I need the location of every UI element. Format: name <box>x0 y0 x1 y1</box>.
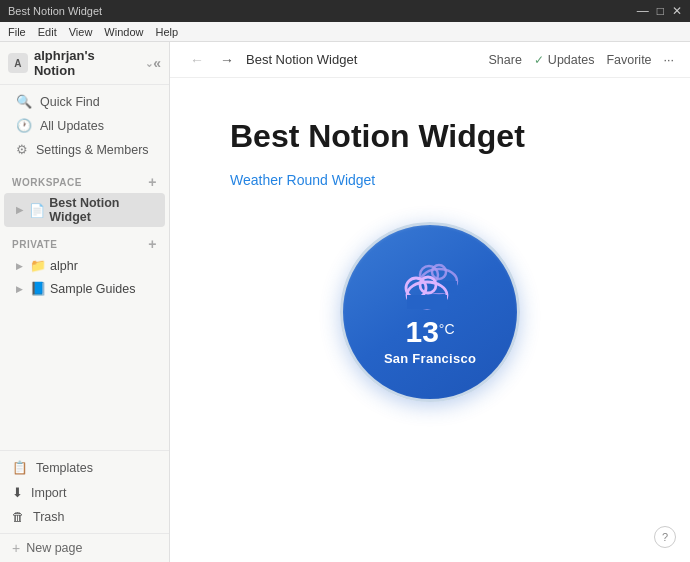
favorite-label: Favorite <box>606 53 651 67</box>
book-icon: 📘 <box>30 281 46 296</box>
more-icon: ··· <box>664 53 674 67</box>
page-content: Best Notion Widget Weather Round Widget <box>170 78 690 562</box>
page-label: Best Notion Widget <box>49 196 157 224</box>
sidebar-item-templates[interactable]: 📋 Templates <box>0 455 169 480</box>
weather-widget: 13 °C San Francisco <box>340 222 520 402</box>
close-button[interactable]: ✕ <box>672 4 682 18</box>
weather-widget-container: 13 °C San Francisco <box>230 222 630 402</box>
sidebar-item-settings[interactable]: ⚙ Settings & Members <box>4 138 165 161</box>
title-bar: Best Notion Widget — □ ✕ <box>0 0 690 22</box>
weather-widget-link[interactable]: Weather Round Widget <box>230 172 375 188</box>
clock-icon: 🕐 <box>16 118 32 133</box>
settings-label: Settings & Members <box>36 143 149 157</box>
cloud-icon <box>395 259 465 309</box>
window-title: Best Notion Widget <box>8 5 102 17</box>
page-icon: 📄 <box>29 203 45 218</box>
workspace-icon: A <box>8 53 28 73</box>
help-button[interactable]: ? <box>654 526 676 548</box>
sidebar-item-import[interactable]: ⬇ Import <box>0 480 169 505</box>
menu-window[interactable]: Window <box>104 26 143 38</box>
folder-icon: 📁 <box>30 258 46 273</box>
quick-find-label: Quick Find <box>40 95 100 109</box>
plus-icon: + <box>12 540 20 556</box>
gear-icon: ⚙ <box>16 142 28 157</box>
trash-label: Trash <box>33 510 65 524</box>
sidebar-item-alphr[interactable]: ▶ 📁 alphr <box>4 255 165 276</box>
city-name: San Francisco <box>384 351 476 366</box>
sidebar-bottom: 📋 Templates ⬇ Import 🗑 Trash <box>0 450 169 533</box>
toolbar-left: ← → Best Notion Widget <box>186 50 357 70</box>
alphr-label: alphr <box>50 259 78 273</box>
breadcrumb: Best Notion Widget <box>246 52 357 67</box>
favorite-button[interactable]: Favorite <box>606 53 651 67</box>
search-icon: 🔍 <box>16 94 32 109</box>
workspace-label: alphrjan's Notion <box>34 48 139 78</box>
more-button[interactable]: ··· <box>664 53 674 67</box>
workspace-add-button[interactable]: + <box>148 174 157 190</box>
tree-arrow-icon: ▶ <box>16 284 26 294</box>
sample-guides-label: Sample Guides <box>50 282 135 296</box>
workspace-section-label: WORKSPACE + <box>0 166 169 192</box>
templates-icon: 📋 <box>12 460 28 475</box>
sidebar-nav: 🔍 Quick Find 🕐 All Updates ⚙ Settings & … <box>0 85 169 166</box>
forward-button[interactable]: → <box>216 50 238 70</box>
sidebar-item-trash[interactable]: 🗑 Trash <box>0 505 169 529</box>
page-title: Best Notion Widget <box>230 118 630 155</box>
back-button[interactable]: ← <box>186 50 208 70</box>
menu-edit[interactable]: Edit <box>38 26 57 38</box>
private-section-label: PRIVATE + <box>0 228 169 254</box>
import-label: Import <box>31 486 66 500</box>
share-label: Share <box>489 53 522 67</box>
tree-arrow-icon: ▶ <box>16 261 26 271</box>
updates-button[interactable]: ✓ Updates <box>534 53 595 67</box>
toolbar-right: Share ✓ Updates Favorite ··· <box>489 53 675 67</box>
templates-label: Templates <box>36 461 93 475</box>
temperature-value: 13 <box>405 317 438 347</box>
import-icon: ⬇ <box>12 485 23 500</box>
menu-bar: File Edit View Window Help <box>0 22 690 42</box>
check-icon: ✓ <box>534 53 544 67</box>
svg-rect-7 <box>407 295 447 309</box>
menu-file[interactable]: File <box>8 26 26 38</box>
temperature-unit: °C <box>439 321 455 337</box>
sidebar: A alphrjan's Notion ⌄ « 🔍 Quick Find 🕐 A… <box>0 42 170 562</box>
sidebar-collapse-button[interactable]: « <box>153 55 161 71</box>
app-container: A alphrjan's Notion ⌄ « 🔍 Quick Find 🕐 A… <box>0 42 690 562</box>
private-add-button[interactable]: + <box>148 236 157 252</box>
share-button[interactable]: Share <box>489 53 522 67</box>
new-page-label: New page <box>26 541 82 555</box>
all-updates-label: All Updates <box>40 119 104 133</box>
minimize-button[interactable]: — <box>637 4 649 18</box>
toolbar: ← → Best Notion Widget Share ✓ Updates F… <box>170 42 690 78</box>
sidebar-item-sample-guides[interactable]: ▶ 📘 Sample Guides <box>4 278 165 299</box>
updates-label: Updates <box>548 53 595 67</box>
sidebar-item-all-updates[interactable]: 🕐 All Updates <box>4 114 165 137</box>
workspace-chevron-icon: ⌄ <box>145 58 153 69</box>
workspace-name[interactable]: A alphrjan's Notion ⌄ <box>8 48 153 78</box>
trash-icon: 🗑 <box>12 510 25 524</box>
window-controls: — □ ✕ <box>637 4 682 18</box>
sidebar-item-quick-find[interactable]: 🔍 Quick Find <box>4 90 165 113</box>
new-page-button[interactable]: + New page <box>0 533 169 562</box>
tree-arrow-icon: ▶ <box>16 205 25 215</box>
menu-help[interactable]: Help <box>155 26 178 38</box>
temperature-display: 13 °C <box>405 317 454 347</box>
main-content: ← → Best Notion Widget Share ✓ Updates F… <box>170 42 690 562</box>
menu-view[interactable]: View <box>69 26 93 38</box>
maximize-button[interactable]: □ <box>657 4 664 18</box>
sidebar-header: A alphrjan's Notion ⌄ « <box>0 42 169 85</box>
sidebar-item-best-notion-widget[interactable]: ▶ 📄 Best Notion Widget <box>4 193 165 227</box>
